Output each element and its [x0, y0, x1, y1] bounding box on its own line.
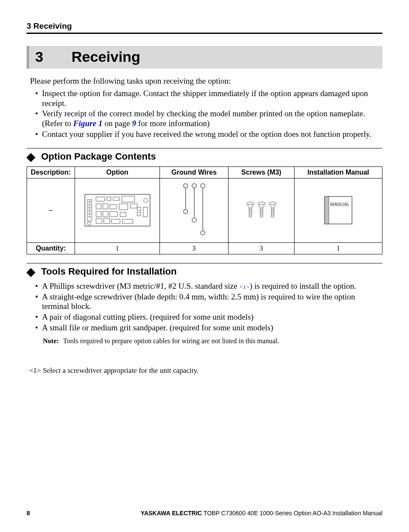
header-description: Description: [27, 166, 75, 178]
svg-rect-12 [96, 204, 101, 209]
svg-point-5 [89, 210, 90, 212]
svg-rect-21 [96, 218, 102, 224]
list-item: Verify receipt of the correct model by c… [35, 109, 382, 129]
footer-company: YASKAWA ELECTRIC [141, 510, 202, 517]
svg-rect-18 [103, 212, 108, 217]
intro-paragraph: Please perform the following tasks upon … [30, 76, 382, 86]
diamond-icon: ◆ [27, 266, 35, 277]
list-item: Inspect the option for damage. Contact t… [35, 89, 382, 109]
section-title: Option Package Contents [41, 151, 156, 162]
package-contents-table: Description: Option Ground Wires Screws … [27, 166, 382, 254]
header-ground-wires: Ground Wires [160, 166, 229, 178]
svg-line-46 [260, 208, 263, 209]
svg-point-4 [89, 207, 90, 209]
ground-wires-icon [179, 182, 209, 238]
header-manual: Installation Manual [295, 166, 382, 178]
qty-screws: 3 [229, 242, 295, 254]
svg-rect-20 [120, 212, 126, 217]
page-number: 8 [27, 510, 30, 517]
svg-line-40 [249, 208, 252, 209]
receiving-bullets: Inspect the option for damage. Contact t… [35, 89, 382, 139]
text: on page [102, 119, 132, 128]
list-item: A pair of diagonal cutting pliers. (requ… [35, 312, 382, 322]
svg-point-2 [89, 201, 90, 203]
list-item: A small file or medium grit sandpaper. (… [35, 323, 382, 333]
svg-rect-22 [104, 218, 110, 224]
svg-rect-24 [123, 219, 133, 224]
screws-icon [242, 200, 281, 221]
manual-icon: MANUAL [317, 193, 360, 227]
svg-point-6 [89, 213, 90, 215]
section-heading-tools: ◆ Tools Required for Installation [27, 266, 382, 277]
circuit-board-icon [83, 191, 152, 230]
footer-title: TOBP C730600 40E 1000-Series Option AO-A… [202, 510, 382, 517]
svg-rect-10 [113, 197, 119, 200]
list-item: A Phillips screwdriver (M3 metric/#1, #2… [35, 281, 382, 291]
svg-rect-15 [119, 204, 128, 210]
svg-point-25 [144, 198, 148, 203]
svg-point-30 [183, 184, 188, 188]
svg-rect-58 [325, 196, 329, 224]
svg-line-50 [260, 215, 263, 215]
cell-option-image [75, 178, 160, 242]
svg-line-53 [271, 209, 274, 210]
page-link[interactable]: 9 [132, 119, 136, 128]
svg-rect-29 [143, 207, 147, 217]
svg-line-49 [260, 213, 263, 214]
chapter-heading: 3 Receiving [27, 46, 382, 69]
note-text: Tools required to prepare option cables … [63, 337, 279, 345]
svg-point-3 [89, 204, 90, 206]
svg-line-54 [271, 211, 274, 212]
quantity-label: Quantity: [27, 242, 75, 254]
note-label: Note: [43, 337, 59, 345]
list-item: A straight-edge screwdriver (blade depth… [35, 292, 382, 312]
text: ) is required to install the option. [250, 281, 356, 290]
svg-rect-9 [107, 197, 111, 200]
qty-option: 1 [75, 242, 160, 254]
chapter-title: Receiving [72, 48, 141, 65]
footnote-ref: <1> [239, 284, 250, 290]
cell-screws-image [229, 178, 295, 242]
svg-point-32 [183, 209, 188, 214]
svg-rect-11 [122, 196, 135, 202]
svg-line-42 [249, 211, 252, 212]
footnote: <1> Select a screwdriver appropriate for… [29, 366, 382, 375]
cell-manual-image: MANUAL [295, 178, 382, 242]
cell-dash: – [27, 178, 75, 242]
svg-rect-28 [137, 212, 141, 216]
diamond-icon: ◆ [27, 151, 35, 162]
svg-line-52 [271, 208, 274, 209]
section-heading-package: ◆ Option Package Contents [27, 151, 382, 162]
svg-rect-19 [110, 212, 117, 217]
running-header: 3 Receiving [27, 21, 382, 34]
svg-line-56 [271, 215, 274, 215]
svg-rect-27 [137, 207, 141, 211]
table-header-row: Description: Option Ground Wires Screws … [27, 166, 382, 178]
svg-rect-23 [111, 219, 120, 224]
svg-rect-8 [96, 197, 105, 201]
text: A Phillips screwdriver (M3 metric/#1, #2… [42, 281, 239, 290]
svg-point-33 [192, 184, 196, 188]
svg-rect-0 [85, 194, 150, 226]
section-title: Tools Required for Installation [41, 266, 177, 277]
svg-point-36 [201, 184, 205, 188]
chapter-number: 3 [35, 48, 69, 65]
table-image-row: – [27, 178, 382, 242]
note: Note:Tools required to prepare option ca… [43, 337, 382, 345]
svg-line-44 [249, 215, 252, 215]
svg-rect-16 [130, 204, 137, 208]
svg-line-41 [249, 209, 252, 210]
tools-bullets: A Phillips screwdriver (M3 metric/#1, #2… [35, 281, 382, 333]
header-option: Option [75, 166, 160, 178]
svg-rect-14 [110, 205, 117, 209]
page-footer: 8 YASKAWA ELECTRIC TOBP C730600 40E 1000… [27, 510, 382, 517]
header-screws: Screws (M3) [229, 166, 295, 178]
figure-link[interactable]: Figure 1 [73, 119, 102, 128]
list-item: Contact your supplier if you have receiv… [35, 130, 382, 139]
cell-ground-wires-image [160, 178, 229, 242]
svg-line-43 [249, 213, 252, 214]
qty-ground: 3 [160, 242, 229, 254]
svg-point-7 [89, 216, 90, 218]
svg-point-35 [192, 218, 196, 222]
svg-point-38 [201, 231, 205, 235]
